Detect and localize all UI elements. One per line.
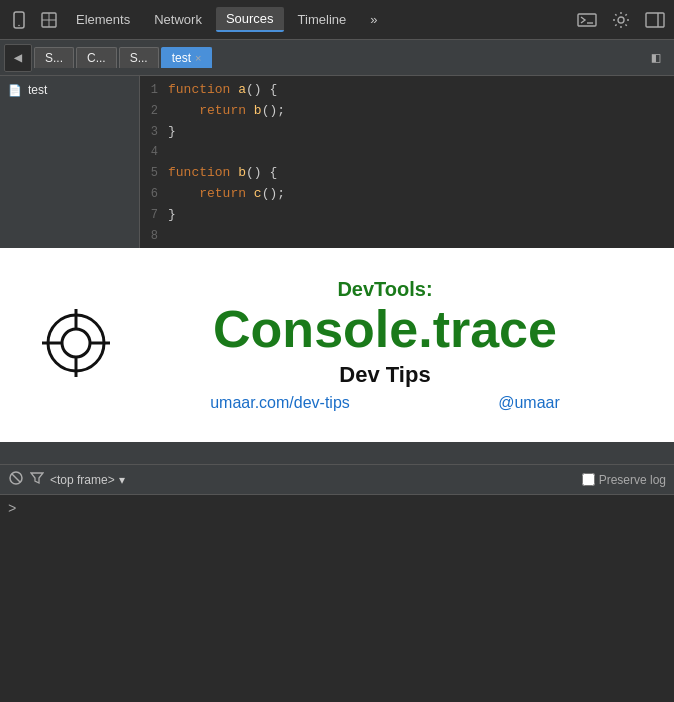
open-file-tab[interactable]: test ×	[161, 47, 213, 68]
console-area: <top frame> ▾ Preserve log >	[0, 464, 674, 702]
overlay-tagline: Dev Tips	[136, 362, 634, 388]
tab-more[interactable]: »	[360, 8, 387, 31]
tab-timeline[interactable]: Timeline	[288, 8, 357, 31]
tab-sources[interactable]: Sources	[216, 7, 284, 32]
collapse-panel-button[interactable]: ◧	[642, 44, 670, 72]
file-tabs-row: ◀ S... C... S... test × ◧	[0, 40, 674, 76]
settings-icon[interactable]	[608, 7, 634, 33]
tab-elements[interactable]: Elements	[66, 8, 140, 31]
mobile-icon[interactable]	[6, 7, 32, 33]
code-editor[interactable]: 1 function a() { 2 return b(); 3 } 4 5	[140, 76, 674, 276]
editor-area: 📄 test 1 function a() { 2 return b(); 3 …	[0, 76, 674, 276]
svg-line-17	[12, 474, 20, 482]
tab-network[interactable]: Network	[144, 8, 212, 31]
svg-point-11	[62, 329, 90, 357]
overlay-link-twitter[interactable]: @umaar	[498, 394, 560, 412]
code-line-5: 5 function b() {	[140, 163, 674, 184]
overlay-subtitle: DevTools:	[136, 278, 634, 301]
console-prompt[interactable]: >	[8, 501, 666, 517]
dock-icon[interactable]	[642, 7, 668, 33]
code-line-2: 2 return b();	[140, 101, 674, 122]
svg-point-1	[18, 24, 20, 26]
console-frame-select[interactable]: <top frame> ▾	[50, 473, 125, 487]
file-icon: 📄	[8, 84, 22, 97]
nav-left-button[interactable]: ◀	[4, 44, 32, 72]
overlay-links: umaar.com/dev-tips @umaar	[136, 394, 634, 412]
console-toolbar: <top frame> ▾ Preserve log	[0, 465, 674, 495]
overlay-text-block: DevTools: Console.trace Dev Tips umaar.c…	[136, 278, 634, 412]
overlay-title: Console.trace	[136, 301, 634, 358]
svg-rect-8	[646, 13, 664, 27]
svg-point-7	[618, 17, 624, 23]
terminal-icon[interactable]	[574, 7, 600, 33]
crosshair-icon	[40, 307, 112, 379]
overlay-card: DevTools: Console.trace Dev Tips umaar.c…	[0, 248, 674, 442]
code-line-4: 4	[140, 142, 674, 163]
overlay-link-website[interactable]: umaar.com/dev-tips	[210, 394, 350, 412]
code-line-1: 1 function a() {	[140, 80, 674, 101]
top-bar-actions	[574, 7, 668, 33]
code-line-3: 3 }	[140, 122, 674, 143]
top-bar: Elements Network Sources Timeline »	[0, 0, 674, 40]
console-body: >	[0, 495, 674, 523]
file-sidebar: 📄 test	[0, 76, 140, 276]
svg-rect-5	[578, 14, 596, 26]
code-line-6: 6 return c();	[140, 184, 674, 205]
sidebar-tab-s1[interactable]: S...	[34, 47, 74, 68]
code-line-8: 8	[140, 226, 674, 247]
sidebar-item-test[interactable]: 📄 test	[0, 80, 139, 100]
close-tab-icon[interactable]: ×	[195, 52, 201, 64]
sidebar-tab-s2[interactable]: S...	[119, 47, 159, 68]
preserve-log-input[interactable]	[582, 473, 595, 486]
sidebar-tab-c[interactable]: C...	[76, 47, 117, 68]
code-line-7: 7 }	[140, 205, 674, 226]
console-filter-icon[interactable]	[30, 471, 44, 489]
console-clear-icon[interactable]	[8, 470, 24, 490]
cursor-icon[interactable]	[36, 7, 62, 33]
crosshair-icon-wrap	[40, 307, 112, 384]
preserve-log-checkbox[interactable]: Preserve log	[582, 473, 666, 487]
code-lines: 1 function a() { 2 return b(); 3 } 4 5	[140, 76, 674, 250]
console-caret-icon: >	[8, 501, 16, 517]
